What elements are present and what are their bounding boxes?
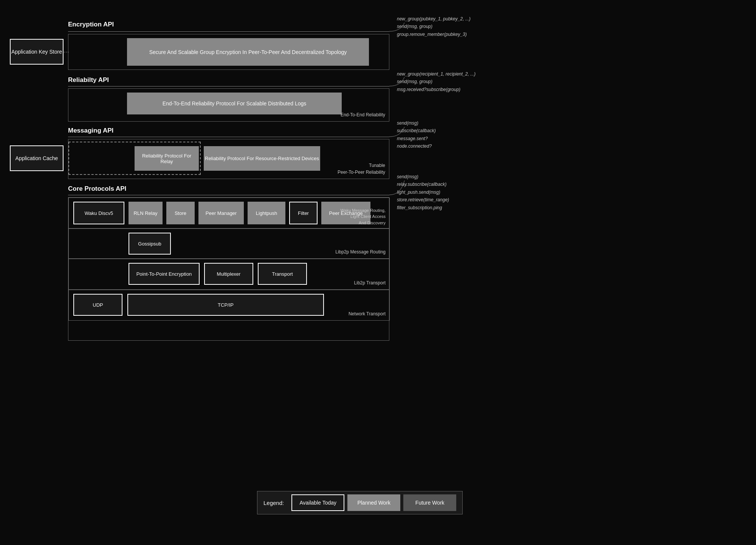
legend-available-today: Available Today [291,494,344,511]
tcpip-box: TCP/IP [127,294,324,316]
relay-protocol-box: Reliability Protocol For Relay [135,146,199,171]
waku-protocols-row: Waku Discv5 RLN Relay Store Peer Manager… [68,198,390,228]
lightpush-box: Lightpush [248,202,285,224]
waku-row-label: Waku Message Routing,Light Client Access… [341,207,386,226]
reliability-separator [68,86,389,86]
reliability-sublabel: End-To-End Reliability [341,111,385,118]
filter-box: Filter [289,202,318,224]
legend-planned-work: Planned Work [347,494,400,511]
messaging-connector [389,119,408,150]
rln-relay-box: RLN Relay [129,202,163,224]
key-store-connector [64,52,69,52]
legend-future-work: Future Work [403,494,456,511]
core-connector [389,173,408,203]
legend-box: Legend: Available Today Planned Work Fut… [257,491,463,514]
udp-box: UDP [73,294,122,316]
core-protocols-section: Waku Discv5 RLN Relay Store Peer Manager… [68,197,389,341]
messaging-sublabel: TunablePeer-To-Peer Reliability [338,162,385,176]
app-cache-box: Application Cache [10,145,64,171]
app-key-store-box: Application Key Store [10,39,64,65]
reliability-section: End-To-End Reliability Protocol For Scal… [68,88,389,122]
encryption-connector [389,15,408,45]
legend-label: Legend: [263,500,284,506]
encryption-section: Application Key Store Secure And Scalabl… [68,34,389,70]
reliability-connector [389,70,408,100]
gossipsub-row: Gossipsub Libp2p Message Routing [68,228,390,259]
waku-discv5-box: Waku Discv5 [73,202,124,224]
reliability-api-calls: new_group(recipient_1, recipient_2, ...)… [397,70,476,93]
encryption-content-box: Secure And Scalable Group Encryption In … [127,38,369,66]
diagram-container: Encryption API new_group(pubkey_1, pubke… [0,0,756,545]
messaging-separator [68,137,389,137]
store-box: Store [166,202,195,224]
peer-manager-box: Peer Manager [198,202,244,224]
multiplexer-box: Multiplexer [204,263,253,285]
resource-restricted-protocol-box: Reliability Protocol For Resource-Restri… [204,146,320,171]
point-to-point-encryption-box: Point-To-Point Encryption [129,263,200,285]
network-transport-row: UDP TCP/IP Network Transport [68,290,390,321]
encryption-separator [68,31,389,32]
encryption-api-label: Encryption API [68,21,114,28]
transport-box: Transport [258,263,307,285]
reliability-content-box: End-To-End Reliability Protocol For Scal… [127,93,342,114]
network-transport-label: Network Transport [349,310,386,317]
reliability-api-label: Reliabilty API [68,76,109,84]
gossipsub-label: Libp2p Message Routing [335,249,386,255]
gossipsub-box: Gossipsub [129,233,171,255]
messaging-section: Application Cache Reliability Protocol F… [68,139,389,179]
core-separator [68,195,389,195]
transport-row: Point-To-Point Encryption Multiplexer Tr… [68,259,390,290]
messaging-api-label: Messaging API [68,127,113,134]
core-protocols-api-label: Core Protocols API [68,185,126,193]
transport-label: Lib2p Transport [354,279,386,286]
